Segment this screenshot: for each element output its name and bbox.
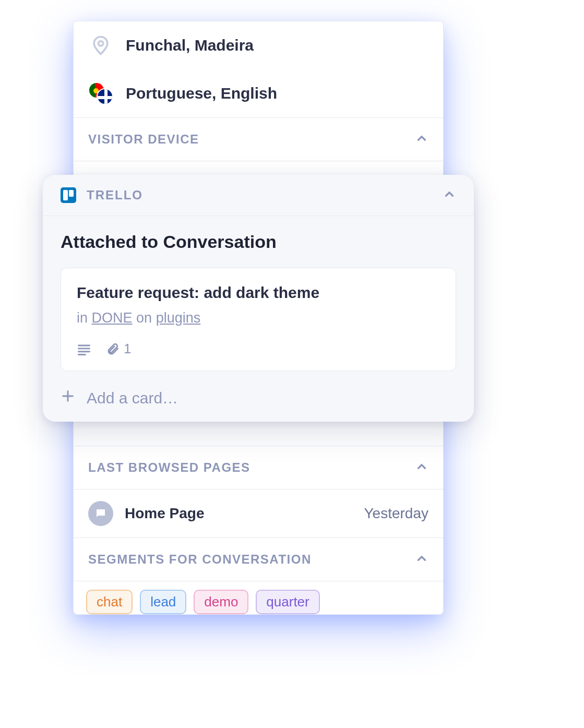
segments-row: chat lead demo quarter [74,581,443,614]
trello-board-link[interactable]: plugins [156,310,201,326]
last-browsed-section-header[interactable]: LAST BROWSED PAGES [74,446,443,489]
chevron-up-icon [415,132,428,147]
add-card-button[interactable]: Add a card… [43,376,474,422]
on-word: on [136,310,152,326]
trello-card-meta: 1 [77,341,440,357]
trello-card-item[interactable]: Feature request: add dark theme in DONE … [61,268,456,371]
in-word: in [77,310,88,326]
visitor-location-row: Funchal, Madeira [74,21,443,69]
trello-list-link[interactable]: DONE [92,310,133,326]
languages-text: Portuguese, English [126,85,277,102]
paperclip-icon [106,342,120,356]
segments-title: SEGMENTS FOR CONVERSATION [88,552,312,567]
last-browsed-title: LAST BROWSED PAGES [88,460,251,475]
add-card-label: Add a card… [87,389,178,407]
trello-body: Attached to Conversation Feature request… [43,216,474,376]
location-pin-icon [88,33,113,58]
browsed-page-row[interactable]: Home Page Yesterday [74,489,443,538]
trello-integration-panel: TRELLO Attached to Conversation Feature … [43,175,474,422]
browsed-page-name: Home Page [125,505,353,522]
chevron-up-icon [443,187,456,203]
description-icon [77,342,91,356]
attachment-count: 1 [124,341,131,357]
segment-tag-quarter[interactable]: quarter [256,590,319,614]
trello-card-location: in DONE on plugins [77,310,440,326]
segment-tag-demo[interactable]: demo [194,590,248,614]
trello-section-header[interactable]: TRELLO [43,175,474,216]
chevron-up-icon [415,552,428,567]
segments-section-header[interactable]: SEGMENTS FOR CONVERSATION [74,538,443,581]
attachment-meta: 1 [106,341,131,357]
language-flags-icon [88,81,113,106]
browsed-page-time: Yesterday [364,505,429,522]
svg-point-0 [98,41,103,46]
segment-tag-chat[interactable]: chat [86,590,133,614]
plus-icon [61,389,75,407]
trello-title: TRELLO [87,188,432,202]
visitor-device-section-header[interactable]: VISITOR DEVICE [74,117,443,161]
segment-tag-lead[interactable]: lead [140,590,186,614]
trello-heading: Attached to Conversation [61,232,456,252]
chat-bubble-icon [88,501,113,526]
location-text: Funchal, Madeira [126,37,254,54]
trello-card-title: Feature request: add dark theme [77,284,440,302]
visitor-device-title: VISITOR DEVICE [88,132,199,147]
trello-logo-icon [61,187,76,203]
visitor-languages-row: Portuguese, English [74,69,443,117]
chevron-up-icon [415,460,428,475]
